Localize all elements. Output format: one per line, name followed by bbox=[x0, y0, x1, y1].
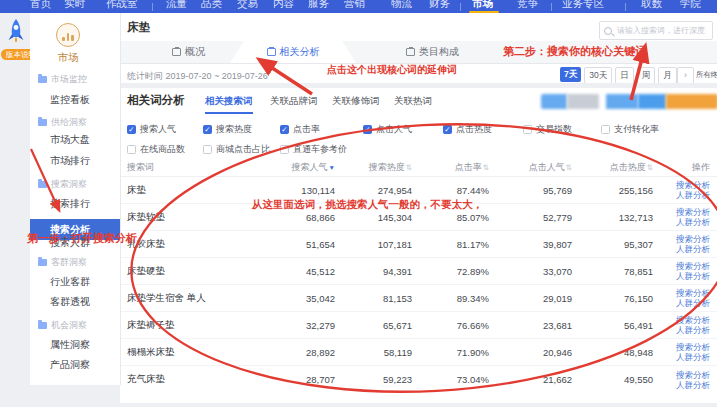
search-analysis-link[interactable]: 搜索分析 bbox=[676, 261, 710, 271]
filter-pay-conversion[interactable]: 支付转化率 bbox=[601, 123, 659, 136]
sidebar-section-search: 搜索洞察 bbox=[38, 178, 87, 190]
subtab-related-search[interactable]: 相关搜索词 bbox=[205, 95, 253, 114]
row-value: 68,866 bbox=[255, 212, 335, 223]
col-search-popularity[interactable]: 搜索人气▼ bbox=[255, 161, 335, 174]
nav-item-category[interactable]: 品类 bbox=[201, 0, 222, 11]
subtab-modifier-words[interactable]: 关联修饰词 bbox=[332, 95, 380, 112]
sidebar-item-search-ranking[interactable]: 搜索排行 bbox=[50, 198, 90, 210]
nav-item-content[interactable]: 内容 bbox=[273, 0, 294, 11]
filter-search-heat[interactable]: ✓搜索热度 bbox=[203, 123, 252, 136]
checkbox-checked-icon: ✓ bbox=[280, 125, 289, 134]
sidebar-item-market-overview[interactable]: 市场大盘 bbox=[50, 134, 90, 146]
subtab-brand-words[interactable]: 关联品牌词 bbox=[270, 95, 318, 112]
row-value: 81,153 bbox=[335, 293, 412, 304]
crowd-analysis-link[interactable]: 人群分析 bbox=[676, 380, 710, 390]
nav-item-trade[interactable]: 交易 bbox=[237, 0, 258, 11]
nav-item-warroom[interactable]: 作战室 bbox=[106, 0, 138, 11]
search-input[interactable] bbox=[615, 25, 708, 36]
search-analysis-link[interactable]: 搜索分析 bbox=[676, 288, 710, 298]
row-value: 87.44% bbox=[412, 185, 489, 196]
nav-item-finance[interactable]: 财务 bbox=[429, 0, 450, 11]
tab-category-composition[interactable]: 类目构成 bbox=[406, 41, 459, 63]
row-value: 78,851 bbox=[572, 266, 653, 277]
sidebar-item-monitor-board[interactable]: 监控看板 bbox=[50, 94, 90, 106]
crowd-analysis-link[interactable]: 人群分析 bbox=[676, 352, 710, 362]
filter-trade-index[interactable]: 交易指数 bbox=[523, 123, 572, 136]
range-30d[interactable]: 30天 bbox=[584, 67, 612, 84]
sidebar-section-opportunity: 机会洞察 bbox=[38, 319, 87, 331]
search-analysis-link[interactable]: 搜索分析 bbox=[676, 234, 710, 244]
range-7d[interactable]: 7天 bbox=[560, 67, 581, 82]
checkbox-icon bbox=[523, 125, 532, 134]
terminal-dropdown[interactable]: 所有终端 ∨ bbox=[696, 70, 717, 80]
search-analysis-link[interactable]: 搜索分析 bbox=[676, 342, 710, 352]
nav-item-compete[interactable]: 竞争 bbox=[517, 0, 538, 11]
col-actions: 操作 bbox=[653, 161, 710, 174]
row-value: 95,307 bbox=[572, 239, 653, 250]
table-row: 床垫硬垫 45,512 94,391 72.89% 33,070 78,851 … bbox=[120, 258, 717, 285]
range-month[interactable]: 月 bbox=[658, 67, 677, 84]
subtab-hot-words[interactable]: 关联热词 bbox=[394, 95, 432, 112]
checkbox-icon bbox=[127, 145, 136, 154]
nav-item-market[interactable]: 市场 bbox=[472, 0, 493, 11]
row-value: 72.89% bbox=[412, 266, 489, 277]
nav-item-marketing[interactable]: 营销 bbox=[344, 0, 365, 11]
blur-segment bbox=[606, 94, 638, 109]
row-term: 床垫 bbox=[127, 184, 255, 197]
crowd-analysis-link[interactable]: 人群分析 bbox=[676, 217, 710, 227]
checkbox-checked-icon: ✓ bbox=[203, 125, 212, 134]
nav-item-bizzone[interactable]: 业务专区 bbox=[562, 0, 604, 11]
sidebar-item-market-ranking[interactable]: 市场排行 bbox=[50, 155, 90, 167]
tab-overview[interactable]: 概况 bbox=[172, 41, 205, 63]
filter-click-rate[interactable]: ✓点击率 bbox=[280, 123, 320, 136]
sidebar-item-industry-customer[interactable]: 行业客群 bbox=[50, 276, 90, 288]
crowd-analysis-link[interactable]: 人群分析 bbox=[676, 271, 710, 281]
search-analysis-link[interactable]: 搜索分析 bbox=[676, 180, 710, 190]
crowd-analysis-link[interactable]: 人群分析 bbox=[676, 244, 710, 254]
range-day[interactable]: 日 bbox=[615, 67, 634, 84]
search-analysis-link[interactable]: 搜索分析 bbox=[676, 207, 710, 217]
filter-online-products[interactable]: 在线商品数 bbox=[127, 143, 185, 156]
tab-related-analysis[interactable]: 相关分析 bbox=[230, 41, 356, 63]
crowd-analysis-link[interactable]: 人群分析 bbox=[676, 190, 710, 200]
row-value: 35,042 bbox=[255, 293, 335, 304]
folder-icon bbox=[38, 322, 47, 329]
nav-item-logistics[interactable]: 物流 bbox=[391, 0, 412, 11]
filter-ztc-ref-price[interactable]: 直通车参考价 bbox=[280, 143, 347, 156]
nav-item-realtime[interactable]: 实时 bbox=[64, 0, 85, 11]
filter-mall-click-share[interactable]: 商城点击占比 bbox=[203, 143, 270, 156]
sidebar-item-customer-insight[interactable]: 客群透视 bbox=[50, 296, 90, 308]
col-click-rate[interactable]: 点击率⇅ bbox=[412, 161, 489, 174]
next-period-button[interactable]: › bbox=[677, 67, 694, 84]
nav-item-data[interactable]: 取数 bbox=[641, 0, 662, 11]
nav-item-traffic[interactable]: 流量 bbox=[166, 0, 187, 11]
col-click-popularity[interactable]: 点击人气⇅ bbox=[489, 161, 572, 174]
top-nav: 首页 实时 作战室 流量 品类 交易 内容 服务 营销 物流 财务 市场 竞争 … bbox=[0, 0, 717, 13]
section-label: 供给洞察 bbox=[51, 116, 87, 129]
nav-item-home[interactable]: 首页 bbox=[30, 0, 51, 11]
filter-search-popularity[interactable]: ✓搜索人气 bbox=[127, 123, 176, 136]
search-analysis-link[interactable]: 搜索分析 bbox=[676, 370, 710, 380]
row-value: 95,769 bbox=[489, 185, 572, 196]
col-label: 搜索热度 bbox=[369, 162, 405, 172]
sidebar-item-product-insight[interactable]: 产品洞察 bbox=[50, 359, 90, 371]
nav-item-academy[interactable]: 学院 bbox=[680, 0, 701, 11]
col-click-heat[interactable]: 点击热度⇅ bbox=[572, 161, 653, 174]
crowd-analysis-link[interactable]: 人群分析 bbox=[676, 325, 710, 335]
page-title: 床垫 bbox=[127, 20, 150, 35]
table-row: 床垫褥子垫 32,279 65,671 76.66% 23,681 56,491… bbox=[120, 312, 717, 339]
filter-click-heat[interactable]: ✓点击热度 bbox=[443, 123, 492, 136]
filter-click-popularity[interactable]: ✓点击人气 bbox=[363, 123, 412, 136]
col-search-heat[interactable]: 搜索热度⇅ bbox=[335, 161, 412, 174]
crowd-analysis-link[interactable]: 人群分析 bbox=[676, 298, 710, 308]
section-label: 搜索洞察 bbox=[51, 178, 87, 191]
sidebar-item-search-crowd[interactable]: 搜索人群 bbox=[50, 237, 90, 249]
row-value: 76.66% bbox=[412, 320, 489, 331]
row-value: 49,550 bbox=[572, 374, 653, 385]
nav-item-service[interactable]: 服务 bbox=[308, 0, 329, 11]
search-analysis-link[interactable]: 搜索分析 bbox=[676, 315, 710, 325]
row-value: 81.17% bbox=[412, 239, 489, 250]
range-week[interactable]: 周 bbox=[637, 67, 656, 84]
rocket-icon[interactable] bbox=[6, 18, 26, 46]
sidebar-item-attribute-insight[interactable]: 属性洞察 bbox=[50, 339, 90, 351]
